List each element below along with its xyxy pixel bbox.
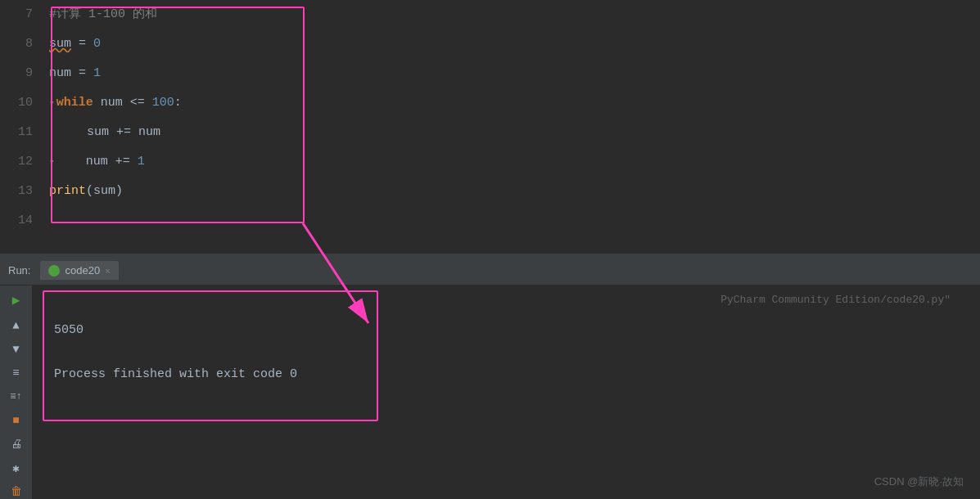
code-line-11: │ sum += num <box>49 118 980 147</box>
op-token: = <box>71 29 93 59</box>
code-line-14 <box>49 206 980 236</box>
scroll-down-button[interactable]: ▼ <box>7 342 25 356</box>
run-path-line: PyCharm Community Edition/code20.py" <box>46 292 967 309</box>
soft-wrap-button[interactable]: ≡ <box>7 366 25 380</box>
var-token: (sum) <box>86 177 123 206</box>
run-tab-name: code20 <box>65 264 100 276</box>
run-tab-icon <box>48 265 60 276</box>
output-text: 5050 Process finished with exit code 0 <box>46 312 967 385</box>
cursor <box>49 206 56 236</box>
run-header: Run: code20 × <box>0 256 980 285</box>
editor-area: 7 8 9 10 11 12 13 14 #计算 1-100 的和 sum = … <box>0 0 980 254</box>
var-token: sum += num <box>57 118 160 147</box>
var-token: num <box>49 59 71 88</box>
num-token: 0 <box>93 29 101 59</box>
code-line-9: num = 1 <box>49 59 980 88</box>
clear-button[interactable]: 🗑 <box>7 485 25 499</box>
var-token: num += <box>56 147 138 177</box>
num-token: 1 <box>93 59 101 88</box>
num-token: 100 <box>152 88 174 118</box>
var-token: num <= <box>93 88 152 118</box>
output-line-1: 5050 <box>54 319 967 341</box>
stop-button[interactable]: ■ <box>7 414 25 428</box>
op-token: = <box>71 59 93 88</box>
num-token: 1 <box>138 147 145 177</box>
var-token: sum <box>49 29 71 59</box>
code-line-8: sum = 0 <box>49 29 980 59</box>
run-button[interactable]: ▶ <box>7 292 25 308</box>
output-line-3: Process finished with exit code 0 <box>54 363 967 385</box>
run-tab-close[interactable]: × <box>105 266 110 276</box>
run-toolbar: ▶ ▲ ▼ ≡ ≡↑ ■ 🖨 ✱ 🗑 <box>0 285 33 499</box>
comment-token: #计算 1-100 的和 <box>49 0 157 29</box>
run-output: PyCharm Community Edition/code20.py" 505… <box>33 285 980 499</box>
filter-button[interactable]: ≡↑ <box>7 389 25 403</box>
op-token: : <box>174 88 182 118</box>
code-line-10: ▾ while num <= 100 : <box>49 88 980 118</box>
output-line-2 <box>54 341 967 363</box>
settings-button[interactable]: ✱ <box>7 461 25 475</box>
run-tab[interactable]: code20 × <box>40 261 118 280</box>
watermark: CSDN @新晓·故知 <box>874 474 964 489</box>
indent-guide: │ <box>49 118 54 147</box>
kw-token: while <box>56 88 93 118</box>
code-line-13: print (sum) <box>49 177 980 206</box>
line-numbers: 7 8 9 10 11 12 13 14 <box>0 0 41 254</box>
func-token: print <box>49 177 86 206</box>
code-line-12: ▾ num += 1 <box>49 147 980 177</box>
fold-icon[interactable]: ▾ <box>49 88 55 118</box>
fold-icon2[interactable]: ▾ <box>49 147 55 177</box>
code-content: #计算 1-100 的和 sum = 0 num = 1 ▾ while num… <box>41 0 980 254</box>
scroll-up-button[interactable]: ▲ <box>7 318 25 332</box>
code-line-7: #计算 1-100 的和 <box>49 0 980 29</box>
print-button[interactable]: 🖨 <box>7 438 25 452</box>
run-panel: Run: code20 × ▶ ▲ ▼ ≡ ≡↑ ■ 🖨 ✱ 🗑 PyCharm… <box>0 256 980 499</box>
run-label: Run: <box>8 264 30 276</box>
